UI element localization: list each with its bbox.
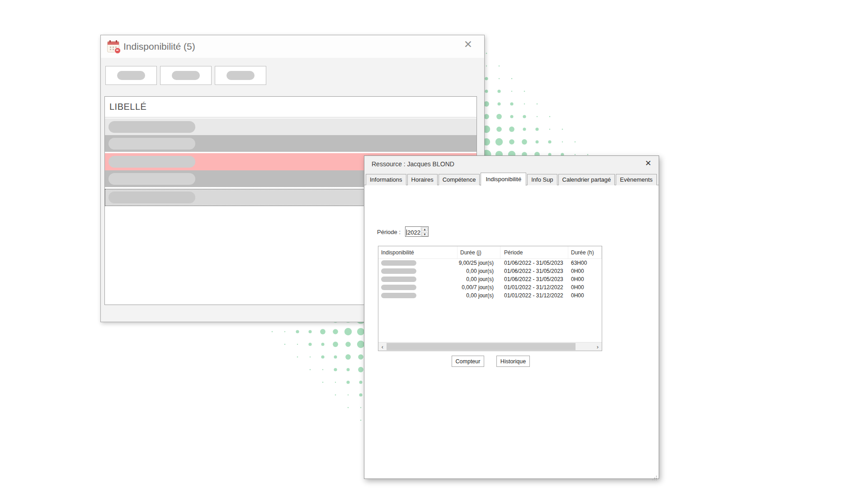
cell-duree-h: 0H00 <box>568 283 602 291</box>
toolbar-button-redacted[interactable] <box>105 66 157 85</box>
table-row[interactable]: 0,00/7 jour(s)01/01/2022 - 31/12/20220H0… <box>378 283 602 291</box>
tab-label: Horaires <box>411 176 434 183</box>
column-header-libelle[interactable]: LIBELLÉ <box>105 97 476 117</box>
table-row[interactable]: 9,00/25 jour(s)01/06/2022 - 31/05/202363… <box>378 259 602 267</box>
scroll-left-icon[interactable]: ‹ <box>378 343 387 351</box>
dialog-ressource: Ressource : Jacques BLOND ✕ Informations… <box>364 155 659 479</box>
cell-periode: 01/06/2022 - 31/05/2023 <box>500 275 568 283</box>
toolbar <box>105 66 266 85</box>
cell-duree-j: 0,00 jour(s) <box>458 267 500 275</box>
redacted-cell-pill <box>108 192 195 203</box>
scrollbar-thumb[interactable] <box>387 343 576 350</box>
column-header-periode[interactable]: Période <box>500 246 568 258</box>
spinner-down-icon[interactable]: ▼ <box>422 232 428 236</box>
compteur-button[interactable]: Compteur <box>452 356 484 367</box>
window-title: Indisponibilité (5) <box>123 41 195 52</box>
redacted-label-pill <box>226 71 255 80</box>
cell-duree-j: 9,00/25 jour(s) <box>458 259 500 267</box>
close-icon[interactable]: ✕ <box>645 160 651 167</box>
table-body: 9,00/25 jour(s)01/06/2022 - 31/05/202363… <box>378 259 602 300</box>
spinner-up-icon[interactable]: ▲ <box>422 227 428 231</box>
redacted-cell-pill <box>108 121 195 133</box>
redacted-cell-pill <box>381 293 416 298</box>
tabstrip: InformationsHorairesCompétenceIndisponib… <box>366 173 658 185</box>
tab-evenements[interactable]: Evènements <box>616 174 656 185</box>
redacted-cell-pill <box>381 277 416 282</box>
tab-info-sup[interactable]: Info Sup <box>527 174 557 185</box>
halftone-dots-decoration <box>480 47 594 161</box>
cell-duree-h: 63H00 <box>568 259 602 267</box>
close-icon[interactable]: ✕ <box>464 39 472 50</box>
table-row[interactable]: 0,00 jour(s)01/01/2022 - 31/12/20220H00 <box>378 291 602 300</box>
cell-indisponibilite <box>378 291 458 300</box>
desktop-background: Indisponibilité (5) ✕ LIBELLÉ Ressource … <box>0 0 868 488</box>
halftone-dots-decoration <box>253 313 367 427</box>
text-caret <box>406 230 407 235</box>
cell-indisponibilite <box>378 267 458 275</box>
periode-label: Période : <box>377 229 401 235</box>
cell-duree-h: 0H00 <box>568 275 602 283</box>
spinner-buttons: ▲ ▼ <box>421 227 428 236</box>
horizontal-scrollbar[interactable]: ‹ › <box>378 342 602 351</box>
dialog-title: Ressource : Jacques BLOND <box>372 160 454 168</box>
redacted-label-pill <box>117 71 145 80</box>
tab-calendrier-partage[interactable]: Calendrier partagé <box>558 174 615 185</box>
cell-periode: 01/01/2022 - 31/12/2022 <box>500 291 568 300</box>
table-row[interactable] <box>105 135 476 152</box>
tab-label: Indisponibilité <box>486 176 521 183</box>
indisponibilite-table: IndisponibilitéDurée (j)PériodeDurée (h)… <box>378 246 602 351</box>
periode-spinner[interactable]: 2022 ▲ ▼ <box>405 226 429 237</box>
redacted-cell-pill <box>108 156 195 168</box>
cell-periode: 01/06/2022 - 31/05/2023 <box>500 259 568 267</box>
tab-panel-indisponibilite: Période : 2022 ▲ ▼ IndisponibilitéDurée … <box>364 185 659 479</box>
unavailability-calendar-icon <box>107 41 119 52</box>
tab-informations[interactable]: Informations <box>366 174 406 185</box>
table-row[interactable]: 0,00 jour(s)01/06/2022 - 31/05/20230H00 <box>378 267 602 275</box>
column-header-indisponibilite[interactable]: Indisponibilité <box>378 246 458 258</box>
table-row[interactable]: 0,00 jour(s)01/06/2022 - 31/05/20230H00 <box>378 275 602 283</box>
toolbar-button-redacted[interactable] <box>160 66 212 85</box>
toolbar-button-redacted[interactable] <box>215 66 266 85</box>
tab-label: Calendrier partagé <box>562 176 611 183</box>
window-titlebar: Indisponibilité (5) ✕ <box>101 35 484 58</box>
scroll-right-icon[interactable]: › <box>594 343 602 351</box>
cell-duree-h: 0H00 <box>568 267 602 275</box>
tab-label: Informations <box>370 176 402 183</box>
dialog-titlebar: Ressource : Jacques BLOND ✕ <box>364 156 659 172</box>
tab-indisponibilite[interactable]: Indisponibilité <box>481 173 526 186</box>
cell-duree-h: 0H00 <box>568 291 602 300</box>
cell-indisponibilite <box>378 283 458 291</box>
redacted-cell-pill <box>381 260 416 266</box>
column-header-duree-h-[interactable]: Durée (h) <box>568 246 602 258</box>
resize-grip[interactable] <box>656 476 657 477</box>
redacted-cell-pill <box>108 138 195 150</box>
cell-indisponibilite <box>378 259 458 267</box>
cell-duree-j: 0,00 jour(s) <box>458 275 500 283</box>
table-row[interactable] <box>105 118 476 135</box>
cell-indisponibilite <box>378 275 458 283</box>
redacted-label-pill <box>172 71 200 80</box>
cell-periode: 01/06/2022 - 31/05/2023 <box>500 267 568 275</box>
tab-competence[interactable]: Compétence <box>439 174 480 185</box>
cell-duree-j: 0,00/7 jour(s) <box>458 283 500 291</box>
tab-label: Evènements <box>620 176 652 183</box>
cell-periode: 01/01/2022 - 31/12/2022 <box>500 283 568 291</box>
redacted-cell-pill <box>381 268 416 274</box>
tab-horaires[interactable]: Horaires <box>407 174 438 185</box>
historique-button[interactable]: Historique <box>496 356 530 367</box>
cell-duree-j: 0,00 jour(s) <box>458 291 500 300</box>
tab-label: Info Sup <box>531 176 553 183</box>
tab-label: Compétence <box>443 176 476 183</box>
periode-value[interactable]: 2022 <box>406 227 421 236</box>
redacted-cell-pill <box>381 285 416 290</box>
redacted-cell-pill <box>108 173 195 185</box>
table-header-row: IndisponibilitéDurée (j)PériodeDurée (h) <box>378 246 602 259</box>
column-header-duree-j-[interactable]: Durée (j) <box>458 246 500 258</box>
